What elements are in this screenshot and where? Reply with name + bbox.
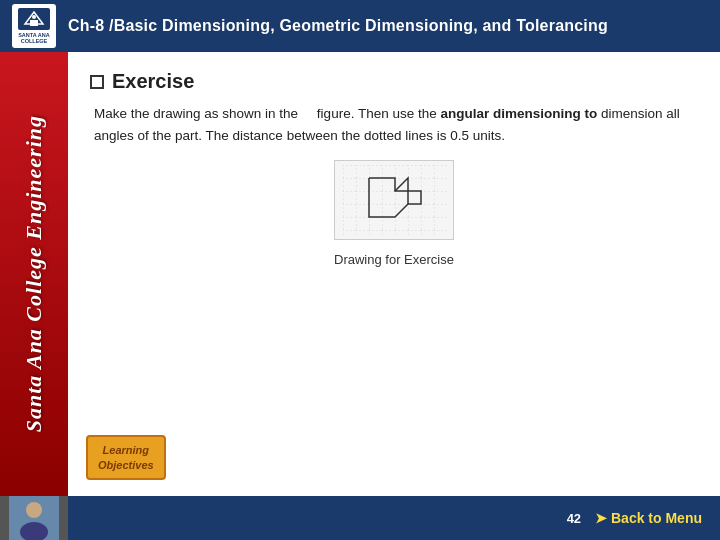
footer: 42 Back to Menu: [0, 496, 720, 540]
page-title: Ch-8 /Basic Dimensioning, Geometric Dime…: [68, 17, 608, 35]
header: SANTA ANACOLLEGE Ch-8 /Basic Dimensionin…: [0, 0, 720, 52]
college-logo: SANTA ANACOLLEGE: [12, 4, 56, 48]
learning-obj-line2: Objectives: [98, 459, 154, 471]
logo-text: SANTA ANACOLLEGE: [18, 32, 50, 44]
sidebar-label: Santa Ana College Engineering: [21, 115, 47, 432]
sidebar: Santa Ana College Engineering: [0, 52, 68, 496]
back-to-menu-link[interactable]: Back to Menu: [595, 510, 702, 526]
section-checkbox-icon: [90, 75, 104, 89]
footer-person-image: [0, 496, 68, 540]
main-content: Exercise Make the drawing as shown in th…: [68, 52, 720, 496]
svg-point-6: [26, 502, 42, 518]
svg-point-3: [32, 15, 36, 19]
section-label: Exercise: [112, 70, 194, 93]
figure-area: Drawing for Exercise: [90, 160, 698, 267]
exercise-description: Make the drawing as shown in the figure.…: [94, 103, 698, 146]
learning-objectives-button[interactable]: Learning Objectives: [86, 435, 166, 480]
learning-obj-line1: Learning: [103, 444, 149, 456]
section-title-row: Exercise: [90, 70, 698, 93]
svg-rect-2: [30, 20, 38, 26]
exercise-figure: [334, 160, 454, 240]
page-number: 42: [567, 511, 581, 526]
svg-rect-4: [343, 165, 447, 237]
figure-caption: Drawing for Exercise: [334, 252, 454, 267]
